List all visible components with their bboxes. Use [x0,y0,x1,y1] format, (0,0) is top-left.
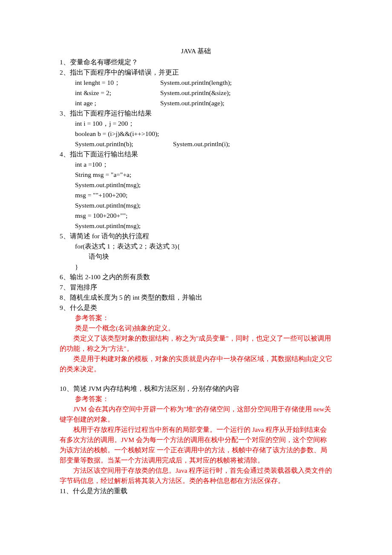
question-8: 8、随机生成长度为 5 的 int 类型的数组，并输出 [60,292,332,303]
code-line: System.out.println(b);System.out.println… [60,139,332,149]
question-5: 5、请简述 for 语句的执行流程 [60,231,332,241]
code-text: System.out.println(length); [160,79,232,86]
code-line: msg = ""+100+200; [60,190,332,200]
question-6: 6、输出 2-100 之内的所有质数 [60,272,332,282]
question-11: 11、什么是方法的重载 [60,486,332,496]
answer-text: 栈用于存放程序运行过程当中所有的局部变量。一个运行的 Java 程序从开始到结束… [60,425,332,465]
answer-text: 类定义了该类型对象的数据结构，称之为"成员变量"，同时，也定义了一些可以被调用的… [60,333,332,354]
code-line: System.out.ptintln(msg); [60,221,332,231]
answer-label: 参考答案： [60,313,332,323]
code-text: int age ; [75,98,160,108]
code-line: int &size = 2;System.out.println(&size); [60,88,332,98]
document-page: JAVA 基础 1、变量命名有哪些规定？ 2、指出下面程序中的编译错误，并更正 … [0,0,392,555]
code-line: System.out.ptintln(msg); [60,200,332,211]
code-line: for(表达式 1；表达式 2；表达式 3){ [60,241,332,251]
code-text: System.out.println(b); [75,139,173,149]
code-line: int age ;System.out.println(age); [60,98,332,108]
question-3: 3、指出下面程序运行输出结果 [60,108,332,119]
answer-text: 类是用于构建对象的模板，对象的实质就是内存中一块存储区域，其数据结构由定义它的类… [60,354,332,374]
question-10: 10、简述 JVM 内存结构堆，栈和方法区别，分别存储的内容 [60,384,332,394]
page-title: JAVA 基础 [60,46,332,56]
answer-text: JVM 会在其内存空间中开辟一个称为"堆"的存储空间，这部分空间用于存储使用 n… [60,404,332,425]
question-4: 4、指出下面运行输出结果 [60,149,332,159]
question-1: 1、变量命名有哪些规定？ [60,57,332,67]
code-line: System.out.ptintln(msg); [60,180,332,190]
answer-text: 方法区该空间用于存放类的信息。Java 程序运行时，首先会通过类装载器载入类文件… [60,465,332,486]
code-line: boolean b = (i>j)&&(i++>100); [60,129,332,139]
code-line: 语句块 [60,251,332,262]
code-text: System.out.println(&size); [160,89,231,96]
answer-text: 类是一个概念(名词)抽象的定义。 [60,323,332,333]
code-text: int lenght = 10； [75,78,160,88]
question-7: 7、冒泡排序 [60,282,332,292]
code-text: System.out.println(age); [160,99,225,107]
code-line: msg = 100+200+""; [60,211,332,221]
question-9: 9、什么是类 [60,303,332,313]
code-line: } [60,262,332,272]
code-line: String msg = "a="+a; [60,170,332,180]
code-text: int &size = 2; [75,88,160,98]
code-text: System.out.println(i); [173,140,230,147]
spacer [60,374,332,384]
code-line: int i = 100，j = 200； [60,119,332,129]
answer-label: 参考答案： [60,394,332,404]
code-line: int a =100； [60,159,332,170]
question-2: 2、指出下面程序中的编译错误，并更正 [60,67,332,78]
code-line: int lenght = 10；System.out.println(lengt… [60,78,332,88]
